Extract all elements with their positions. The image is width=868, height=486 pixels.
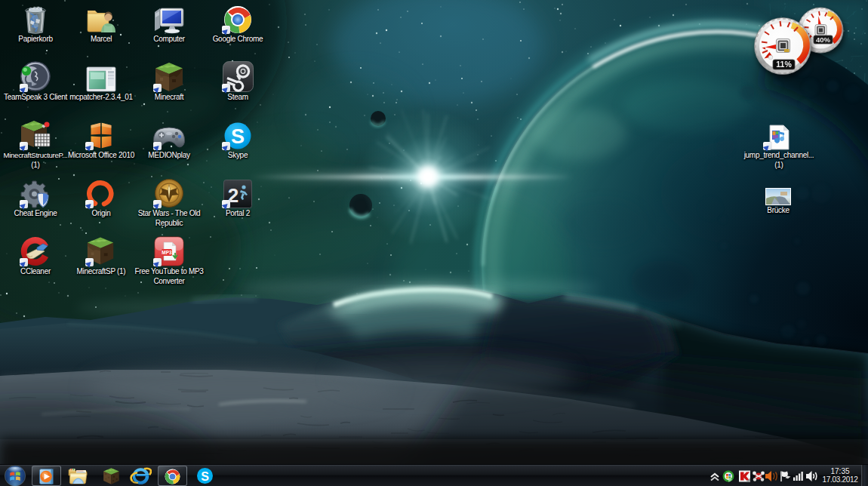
svg-text:11%: 11%: [776, 60, 792, 69]
svg-text:MP3: MP3: [162, 250, 172, 255]
svg-text:40%: 40%: [816, 35, 831, 44]
svg-text:S: S: [201, 470, 209, 483]
svg-text:S: S: [231, 125, 245, 148]
